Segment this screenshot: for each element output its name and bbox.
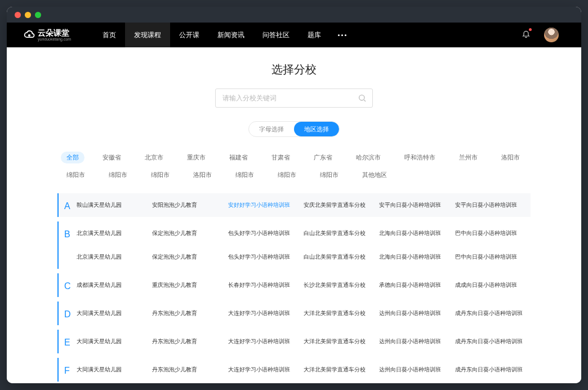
school-item[interactable]: 安好好学习小语种培训班 [228, 201, 304, 209]
school-item[interactable]: 安平向日葵小语种培训班 [379, 201, 455, 209]
region-tag[interactable]: 绵阳市 [145, 169, 175, 181]
school-item[interactable]: 大同满天星幼儿园 [77, 366, 152, 374]
region-tag[interactable]: 绵阳市 [103, 169, 133, 181]
app-window: 云朵课堂 yunduoketang.com 首页发现课程公开课新闻资讯问答社区题… [7, 7, 581, 383]
minimize-window-button[interactable] [25, 12, 31, 18]
school-item[interactable]: 成成向日葵小语种培训班 [455, 281, 531, 289]
letter-section: C成都满天星幼儿园重庆泡泡少儿教育长春好学习小语种培训班长沙北美留学直通车分校承… [57, 273, 531, 297]
school-item[interactable]: 丹东泡泡少儿教育 [152, 338, 228, 345]
school-rows: 大同满天星幼儿园丹东泡泡少儿教育大连好学习小语种培训班大洋北美留学直通车分校达州… [77, 358, 531, 382]
school-item[interactable]: 达州向日葵小语种培训班 [379, 366, 455, 374]
region-tag[interactable]: 绵阳市 [272, 169, 302, 181]
school-item[interactable]: 长春好学习小语种培训班 [228, 281, 304, 289]
school-item[interactable]: 安平向日葵小语种培训班 [455, 201, 531, 209]
header-right [522, 28, 559, 42]
school-item[interactable]: 保定泡泡少儿教育 [152, 229, 228, 237]
header: 云朵课堂 yunduoketang.com 首页发现课程公开课新闻资讯问答社区题… [7, 23, 581, 47]
svg-point-1 [359, 95, 364, 100]
nav-item[interactable]: 首页 [93, 23, 125, 47]
region-tag[interactable]: 安徽省 [97, 152, 127, 163]
filter-toggle: 字母选择地区选择 [248, 121, 340, 137]
avatar[interactable] [544, 28, 559, 42]
close-window-button[interactable] [15, 12, 21, 18]
nav-item[interactable]: 题库 [299, 23, 330, 47]
region-tag[interactable]: 绵阳市 [314, 169, 344, 181]
more-menu-button[interactable] [330, 34, 354, 36]
school-row: 大同满天星幼儿园丹东泡泡少儿教育大连好学习小语种培训班大洋北美留学直通车分校达州… [77, 302, 531, 325]
school-sections: A鞍山满天星幼儿园安阳泡泡少儿教育安好好学习小语种培训班安庆北美留学直通车分校安… [57, 193, 531, 382]
region-tag[interactable]: 呼和浩特市 [399, 152, 441, 163]
letter-label: A [59, 193, 77, 217]
school-item[interactable]: 包头好学习小语种培训班 [228, 229, 304, 237]
notifications-button[interactable] [522, 29, 531, 41]
school-item[interactable]: 白山北美留学直通车分校 [304, 253, 379, 261]
school-item[interactable]: 成都满天星幼儿园 [77, 281, 152, 289]
toggle-option[interactable]: 字母选择 [249, 122, 294, 136]
school-item[interactable]: 北海向日葵小语种培训班 [379, 229, 455, 237]
school-item[interactable]: 大同满天星幼儿园 [77, 338, 152, 345]
school-item[interactable]: 大连好学习小语种培训班 [228, 309, 304, 317]
school-item[interactable]: 鞍山满天星幼儿园 [77, 201, 152, 209]
school-item[interactable]: 大连好学习小语种培训班 [228, 366, 304, 374]
search-icon [358, 94, 367, 103]
region-tag[interactable]: 洛阳市 [188, 169, 217, 181]
logo-text: 云朵课堂 [38, 29, 71, 37]
region-tag[interactable]: 洛阳市 [496, 152, 525, 163]
school-item[interactable]: 成丹东向日葵小语种培训班 [455, 366, 531, 374]
letter-label: C [59, 273, 77, 297]
school-item[interactable]: 安阳泡泡少儿教育 [152, 201, 228, 209]
school-item[interactable]: 巴中向日葵小语种培训班 [455, 229, 531, 237]
school-item[interactable]: 丹东泡泡少儿教育 [152, 309, 228, 317]
school-item[interactable]: 大洋北美留学直通车分校 [304, 309, 379, 317]
region-tag[interactable]: 重庆市 [181, 152, 211, 163]
maximize-window-button[interactable] [35, 12, 41, 18]
school-row: 成都满天星幼儿园重庆泡泡少儿教育长春好学习小语种培训班长沙北美留学直通车分校承德… [77, 273, 531, 297]
school-row: 北京满天星幼儿园保定泡泡少儿教育包头好学习小语种培训班白山北美留学直通车分校北海… [77, 245, 531, 269]
school-item[interactable]: 成丹东向日葵小语种培训班 [455, 338, 531, 345]
school-item[interactable]: 大连好学习小语种培训班 [228, 338, 304, 345]
school-item[interactable]: 大洋北美留学直通车分校 [304, 338, 379, 345]
school-item[interactable]: 承德向日葵小语种培训班 [379, 281, 455, 289]
region-tag[interactable]: 福建省 [224, 152, 253, 163]
region-tag[interactable]: 广东省 [308, 152, 338, 163]
school-item[interactable]: 包头好学习小语种培训班 [228, 253, 304, 261]
school-item[interactable]: 重庆泡泡少儿教育 [152, 281, 228, 289]
nav-item[interactable]: 公开课 [170, 23, 208, 47]
school-item[interactable]: 大同满天星幼儿园 [77, 309, 152, 317]
filter-toggle-wrap: 字母选择地区选择 [57, 121, 531, 137]
region-tag[interactable]: 北京市 [139, 152, 169, 163]
region-tag[interactable]: 甘肃省 [266, 152, 296, 163]
nav-item[interactable]: 新闻资讯 [208, 23, 253, 47]
letter-label: F [59, 358, 77, 382]
school-item[interactable]: 达州向日葵小语种培训班 [379, 309, 455, 317]
school-item[interactable]: 达州向日葵小语种培训班 [379, 338, 455, 345]
school-item[interactable]: 北海向日葵小语种培训班 [379, 253, 455, 261]
school-row: 大同满天星幼儿园丹东泡泡少儿教育大连好学习小语种培训班大洋北美留学直通车分校达州… [77, 330, 531, 353]
logo[interactable]: 云朵课堂 yunduoketang.com [24, 29, 71, 41]
letter-label: D [59, 302, 77, 325]
search-input[interactable] [222, 94, 352, 102]
nav-item[interactable]: 发现课程 [125, 23, 170, 47]
school-item[interactable]: 巴中向日葵小语种培训班 [455, 253, 531, 261]
letter-section: F大同满天星幼儿园丹东泡泡少儿教育大连好学习小语种培训班大洋北美留学直通车分校达… [57, 358, 531, 382]
region-tag[interactable]: 绵阳市 [61, 169, 91, 181]
logo-subtitle: yunduoketang.com [38, 37, 71, 41]
region-tag[interactable]: 兰州市 [453, 152, 483, 163]
school-item[interactable]: 成丹东向日葵小语种培训班 [455, 309, 531, 317]
region-tag[interactable]: 其他地区 [357, 169, 393, 181]
region-tag[interactable]: 全部 [61, 152, 84, 163]
region-tag[interactable]: 绵阳市 [230, 169, 260, 181]
school-item[interactable]: 大洋北美留学直通车分校 [304, 366, 379, 374]
school-item[interactable]: 安庆北美留学直通车分校 [304, 201, 379, 209]
school-row: 北京满天星幼儿园保定泡泡少儿教育包头好学习小语种培训班白山北美留学直通车分校北海… [77, 221, 531, 245]
search-button[interactable] [352, 89, 372, 107]
school-item[interactable]: 北京满天星幼儿园 [77, 229, 152, 237]
nav-item[interactable]: 问答社区 [253, 23, 299, 47]
school-item[interactable]: 白山北美留学直通车分校 [304, 229, 379, 237]
school-item[interactable]: 丹东泡泡少儿教育 [152, 366, 228, 374]
school-item[interactable]: 保定泡泡少儿教育 [152, 253, 228, 261]
school-item[interactable]: 北京满天星幼儿园 [77, 253, 152, 261]
region-tag[interactable]: 哈尔滨市 [350, 152, 386, 163]
toggle-option[interactable]: 地区选择 [294, 122, 339, 136]
school-item[interactable]: 长沙北美留学直通车分校 [304, 281, 379, 289]
